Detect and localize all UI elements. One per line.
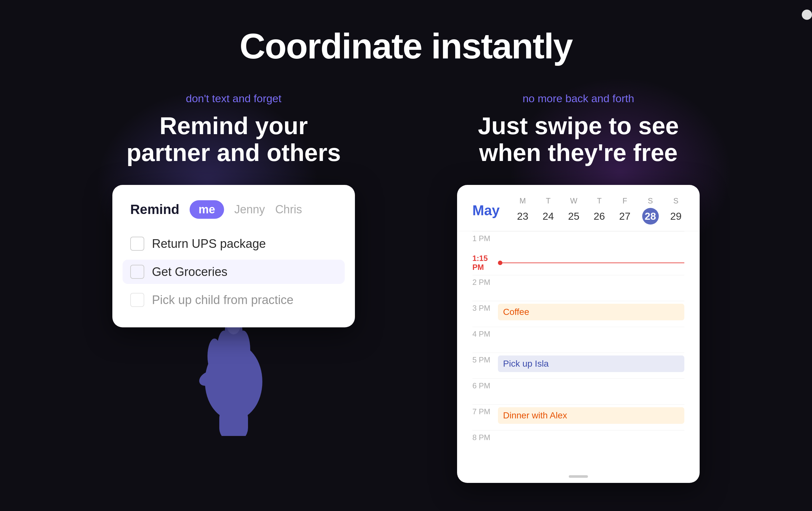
cal-daynum-23[interactable]: 23 (515, 208, 531, 224)
right-subtitle: no more back and forth (522, 92, 634, 105)
svg-point-3 (217, 330, 231, 369)
task-checkbox-3[interactable] (130, 293, 144, 307)
cal-dayname-f: F (622, 196, 627, 205)
time-content-7pm: Dinner with Alex (498, 405, 684, 430)
svg-point-4 (236, 330, 250, 369)
page-wrapper: Coordinate instantly don't text and forg… (0, 0, 812, 511)
current-time-line (500, 263, 684, 263)
task-text-1: Return UPS package (152, 237, 266, 251)
remind-card: Remind me Jenny Chris Return UPS package… (112, 185, 355, 327)
cal-month: May (472, 203, 500, 218)
cal-dayname-m: M (520, 196, 526, 205)
time-slot-7pm: 7 PM Dinner with Alex (472, 404, 684, 430)
left-column: don't text and forget Remind yourpartner… (90, 92, 377, 436)
time-label-3pm: 3 PM (472, 301, 498, 313)
time-label-4pm: 4 PM (472, 327, 498, 339)
left-title: Remind yourpartner and others (126, 112, 341, 166)
time-content-1pm (498, 232, 684, 257)
task-checkbox-2[interactable] (130, 265, 144, 279)
cal-day-24: T 24 (535, 196, 561, 224)
cal-dayname-t1: T (546, 196, 551, 205)
time-slot-1pm: 1 PM (472, 231, 684, 257)
cal-daynum-25[interactable]: 25 (566, 208, 582, 224)
time-content-5pm: Pick up Isla (498, 353, 684, 378)
cal-dayname-s2: S (673, 196, 678, 205)
columns: don't text and forget Remind yourpartner… (0, 92, 812, 483)
hand-container (170, 315, 297, 436)
task-item-partial: Pick up child from practice (130, 288, 337, 312)
task-checkbox-1[interactable] (130, 237, 144, 251)
cal-dayname-w: W (570, 196, 577, 205)
main-title: Coordinate instantly (240, 26, 573, 67)
time-label-2pm: 2 PM (472, 275, 498, 287)
cal-daynum-24[interactable]: 24 (540, 208, 557, 224)
event-dinner[interactable]: Dinner with Alex (498, 407, 684, 424)
time-label-6pm: 6 PM (472, 379, 498, 390)
event-coffee[interactable]: Coffee (498, 304, 684, 320)
cal-daynum-27[interactable]: 27 (617, 208, 633, 224)
calendar-body: 1 PM 1:15 PM 2 PM 3 PM (457, 231, 700, 469)
time-label-7pm: 7 PM (472, 405, 498, 416)
cal-day-25: W 25 (561, 196, 587, 224)
time-slot-2pm: 2 PM (472, 275, 684, 301)
calendar-card: May M 23 T 24 W 25 (457, 185, 700, 483)
event-pickup[interactable]: Pick up Isla (498, 355, 684, 372)
time-content-2pm (498, 275, 684, 301)
cal-days-header: M 23 T 24 W 25 T 26 (510, 196, 689, 224)
tab-jenny[interactable]: Jenny (234, 203, 265, 216)
task-item: Return UPS package (130, 232, 337, 256)
time-slot-6pm: 6 PM (472, 378, 684, 404)
cal-daynum-26[interactable]: 26 (591, 208, 608, 224)
task-text-2: Get Groceries (152, 265, 228, 279)
cal-day-26: T 26 (587, 196, 612, 224)
cal-day-29: S 29 (663, 196, 689, 224)
time-content-3pm: Coffee (498, 301, 684, 327)
cal-dayname-s1: S (648, 196, 653, 205)
tab-me[interactable]: me (190, 200, 224, 219)
remind-header: Remind me Jenny Chris (130, 200, 337, 219)
time-label-5pm: 5 PM (472, 353, 498, 365)
time-slot-4pm: 4 PM (472, 327, 684, 353)
time-label-1pm: 1 PM (472, 232, 498, 243)
tab-chris[interactable]: Chris (275, 203, 302, 216)
time-slot-5pm: 5 PM Pick up Isla (472, 353, 684, 378)
cal-day-27: F 27 (612, 196, 638, 224)
time-content-6pm (498, 379, 684, 404)
current-time-dot (498, 261, 502, 265)
scroll-handle (569, 475, 588, 478)
time-content-4pm (498, 327, 684, 353)
time-slot-3pm: 3 PM Coffee (472, 301, 684, 327)
task-text-3: Pick up child from practice (152, 293, 294, 307)
time-label-8pm: 8 PM (472, 431, 498, 442)
right-title: Just swipe to seewhen they're free (478, 112, 678, 166)
task-list: Return UPS package Get Groceries Pick up… (130, 232, 337, 312)
time-content-8pm (498, 431, 684, 456)
cal-day-23: M 23 (510, 196, 535, 224)
cal-day-28: S 28 (638, 196, 663, 224)
hand-illustration (170, 315, 297, 436)
svg-rect-6 (219, 404, 248, 436)
cal-daynum-29[interactable]: 29 (668, 208, 684, 224)
cal-dayname-t2: T (597, 196, 602, 205)
calendar-header: May M 23 T 24 W 25 (457, 185, 700, 231)
cal-daynum-28[interactable]: 28 (642, 208, 659, 224)
remind-label: Remind (130, 202, 179, 217)
task-item-highlighted: Get Groceries (122, 260, 345, 284)
right-column: no more back and forth Just swipe to see… (435, 92, 722, 483)
time-slot-8pm: 8 PM (472, 430, 684, 456)
left-subtitle: don't text and forget (186, 92, 281, 105)
